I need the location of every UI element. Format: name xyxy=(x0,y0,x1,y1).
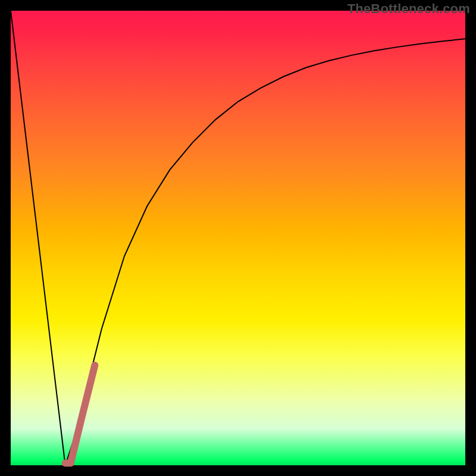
highlight-segment xyxy=(65,365,95,463)
watermark-text: TheBottleneck.com xyxy=(347,1,470,17)
chart-container: { "watermark": "TheBottleneck.com", "fra… xyxy=(0,0,476,476)
main-curve xyxy=(11,11,465,465)
curve-layer xyxy=(11,11,465,465)
